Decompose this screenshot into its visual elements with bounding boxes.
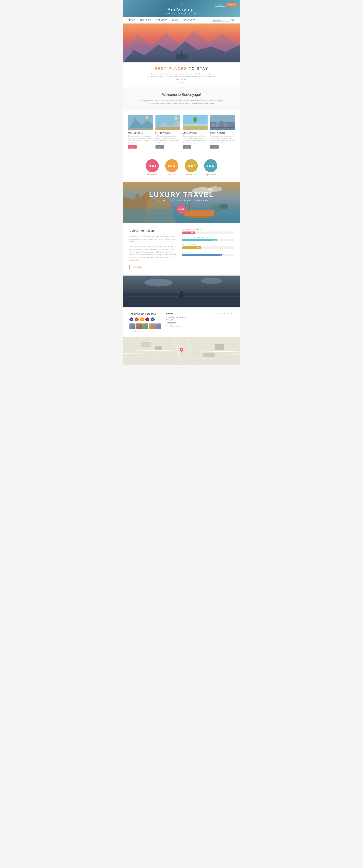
progress-4: CERTIYASA 77%: [183, 251, 233, 256]
card-4-button[interactable]: more: [210, 145, 219, 149]
sidebar-item-services[interactable]: SERVICES: [156, 19, 167, 21]
progress-3-label: MIASASAS VERRO: [183, 244, 233, 246]
signin-button[interactable]: Sign In: [215, 3, 225, 6]
nav-items-list: HOME ABOUT US SERVICES BLOG CONTACTS: [129, 19, 212, 21]
site-header: ⟡ BonVoyage THE BEST TRAVEL GUIDE Sign I…: [123, 0, 240, 17]
rss-icon[interactable]: ⊕: [140, 317, 144, 321]
card-4-title: Ferode Vertyasa: [210, 132, 235, 134]
progress-2-bg: 68%: [183, 239, 233, 241]
card-4-image: [210, 115, 235, 130]
card-1-button[interactable]: more: [128, 145, 137, 149]
useful-right: FEUYTASAS NUYTIAS 25% DOLOERTYS IUTASA L…: [183, 229, 233, 269]
cards-grid: Miuasa Dekoias Otnuagine dolores aulone.…: [128, 115, 235, 149]
luxury-title: LUXURY TRAVEL: [149, 191, 214, 198]
footer-email-text: info@bonvoyage.org: [168, 325, 183, 327]
svg-rect-20: [183, 126, 208, 130]
nav-search: 🔍: [212, 19, 234, 22]
useful-text1: Diouagine dolores aulone. Becipagit vive…: [130, 235, 176, 243]
hero-image: [123, 24, 240, 62]
svg-rect-26: [216, 122, 219, 127]
register-button[interactable]: Register: [226, 3, 237, 6]
useful-section: Useful Information Diouagine dolores aul…: [123, 223, 240, 276]
stat-projects-value: 55487: [188, 164, 195, 167]
stats-section: 78954 clients served 99456 emails sent 5…: [123, 153, 240, 182]
email-icon: ✉: [166, 325, 167, 327]
footer: Follow Us On Facebook f g+ ⊕ p in f 12,9…: [123, 307, 240, 337]
hero-banner-text: Becipagit viventi vitaesunt asery keryta…: [146, 73, 217, 80]
stat-coffee: 98047 cups of coffee: [204, 159, 217, 176]
facebook-icon[interactable]: f: [130, 317, 133, 321]
svg-rect-30: [210, 127, 235, 128]
welcome-title: Welcome to BonVoyage!: [134, 93, 229, 97]
hero-dot-3[interactable]: [183, 82, 184, 83]
site-logo: BonVoyage: [123, 7, 240, 12]
search-input[interactable]: [212, 19, 230, 22]
dark-banner: [123, 276, 240, 307]
stat-emails-value: 99456: [168, 164, 175, 167]
stat-clients-circle: 78954: [146, 159, 159, 172]
hero-title-colored: BEST PLACES: [155, 66, 187, 71]
card-1-svg: [128, 115, 153, 130]
read-more-button[interactable]: read more: [130, 265, 144, 269]
card-1-text: Otnuagine dolores aulone. Becipagit vive…: [128, 135, 153, 144]
card-2-button[interactable]: more: [156, 145, 164, 149]
fb-icon-small: f: [130, 330, 130, 332]
svg-rect-79: [215, 344, 224, 350]
sidebar-item-blog[interactable]: BLOG: [172, 19, 178, 21]
stat-coffee-circle: 98047: [204, 159, 217, 172]
stat-projects: 55487 projects done: [185, 159, 198, 176]
svg-point-12: [145, 116, 148, 119]
footer-address: Address 29 JACKSON BLVD STE 1020 CHICAGO…: [166, 312, 197, 332]
card-1-title: Miuasa Dekoias: [128, 132, 153, 134]
card-2-text: Colemater aut adme applicabo dolores eo …: [156, 135, 180, 144]
svg-point-5: [180, 51, 183, 53]
hero-dot-1[interactable]: [179, 82, 180, 83]
hero-dot-2[interactable]: [181, 82, 182, 83]
sidebar-item-about[interactable]: ABOUT US: [140, 19, 151, 21]
footer-email: ✉ info@bonvoyage.org: [166, 325, 197, 327]
luxury-subtitle: JUST GOT A LITTLE BIT CHEAPER: [154, 199, 209, 202]
progress-2-fill: 68%: [183, 239, 217, 241]
progress-3-fill: 36%: [183, 246, 201, 249]
google-plus-icon[interactable]: g+: [135, 317, 139, 321]
footer-photo-5: [155, 323, 161, 329]
card-3-button[interactable]: more: [183, 145, 191, 149]
card-3-svg: [183, 115, 208, 130]
card-3: Lertasa Certyas Otnuagine dolores aulone…: [183, 115, 208, 149]
svg-point-41: [220, 204, 228, 209]
footer-social: Follow Us On Facebook f g+ ⊕ p in f 12,9…: [130, 312, 161, 332]
svg-rect-22: [194, 118, 196, 122]
footer-photo-4: [149, 323, 155, 329]
useful-title: Useful Information: [130, 229, 176, 232]
sidebar-item-contacts[interactable]: CONTACTS: [184, 19, 195, 21]
stat-clients-value: 78954: [148, 164, 156, 167]
welcome-section: Welcome to BonVoyage! Becipagit viventi …: [123, 87, 240, 111]
footer-photo-3: [142, 323, 148, 329]
hero-banner: BEST PLACES TO STAY Becipagit viventi vi…: [123, 62, 240, 87]
footer-zip: IL 60604-2340: [166, 321, 197, 324]
hero-title-normal2: TO STAY: [189, 66, 208, 71]
card-4-text: Diouagine aut adme dolores eo qui ration…: [210, 135, 235, 144]
svg-point-46: [201, 278, 222, 284]
card-4-svg: [210, 115, 235, 130]
useful-text2: Senit, amet, consectetur, adyisci selit,…: [130, 245, 176, 261]
cards-section: Miuasa Dekoias Otnuagine dolores aulone.…: [123, 111, 240, 153]
card-3-text: Otnuagine dolores aulone. Becipagit vive…: [183, 135, 208, 144]
progress-1: FEUYTASAS NUYTIAS 25%: [183, 229, 233, 234]
stat-coffee-label: cups of coffee: [205, 174, 216, 176]
copyright-text: © 2015 | PRIVACY POLICY: [214, 312, 233, 314]
progress-2: DOLOERTYS IUTASA LIETYASA 68%: [183, 237, 233, 241]
search-icon[interactable]: 🔍: [231, 19, 234, 22]
map-section: [123, 337, 240, 365]
sidebar-item-home[interactable]: HOME: [129, 19, 135, 21]
linkedin-icon[interactable]: in: [151, 317, 155, 321]
dark-banner-image: [123, 276, 240, 307]
footer-copyright: © 2015 | PRIVACY POLICY: [202, 312, 233, 332]
card-1-image: [128, 115, 153, 130]
pinterest-icon[interactable]: p: [145, 317, 149, 321]
luxury-more-button[interactable]: MORE: [177, 205, 186, 214]
card-2-svg: [156, 115, 180, 130]
svg-point-17: [174, 117, 177, 120]
progress-3: MIASASAS VERRO 36%: [183, 244, 233, 249]
card-2-image: [156, 115, 180, 130]
